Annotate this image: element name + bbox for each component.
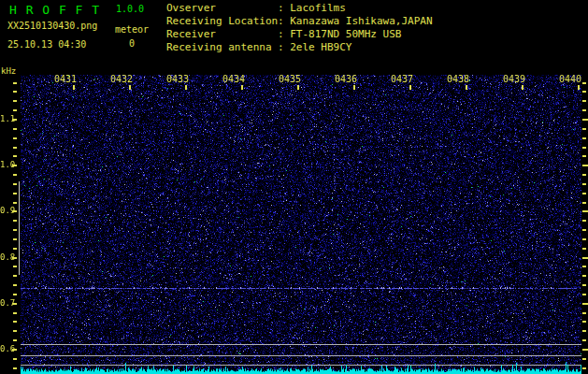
y-tick <box>582 165 588 166</box>
y-tick <box>582 155 586 157</box>
info-row: Receiving antenna: 2ele HB9CY <box>166 41 433 54</box>
y-tick <box>582 248 586 250</box>
y-tick <box>13 183 17 185</box>
y-tick <box>582 238 586 240</box>
info-row: Ovserver: Lacofilms <box>166 2 433 15</box>
y-tick <box>582 294 586 295</box>
y-tick <box>582 266 586 267</box>
x-tick <box>185 85 187 90</box>
y-tick <box>13 284 17 286</box>
x-tick <box>241 85 243 90</box>
info-value: FT-817ND 50MHz USB <box>290 28 401 40</box>
y-tick <box>13 275 17 277</box>
meteor-label: meteor <box>115 24 149 35</box>
y-tick <box>13 155 17 157</box>
datetime-label: 25.10.13 04:30 <box>7 39 86 50</box>
y-tick <box>13 266 17 267</box>
y-tick <box>582 119 588 121</box>
y-tick <box>13 294 17 295</box>
y-tick <box>13 238 17 240</box>
x-tick-label: 0432 <box>105 74 133 84</box>
x-tick-label: 0435 <box>273 74 301 84</box>
x-tick-label: 0434 <box>217 74 245 84</box>
info-separator: : <box>278 2 290 14</box>
meteor-count: 0 <box>129 38 135 49</box>
y-tick <box>13 109 17 111</box>
y-tick <box>13 174 17 176</box>
y-tick <box>582 147 586 149</box>
y-tick <box>582 257 588 259</box>
station-info: Ovserver: LacofilmsReceiving Location: K… <box>166 2 433 54</box>
y-tick <box>13 367 17 369</box>
y-tick <box>13 220 17 222</box>
y-tick-label: 1.0 <box>0 160 15 169</box>
y-tick <box>582 312 586 314</box>
x-tick <box>297 85 299 90</box>
info-value: Kanazawa Ishikawa,JAPAN <box>290 15 432 27</box>
y-tick <box>582 275 586 277</box>
y-tick <box>582 367 586 369</box>
y-tick <box>582 91 586 93</box>
y-tick <box>13 137 17 139</box>
y-tick <box>13 202 17 204</box>
info-label: Receiver <box>166 28 278 41</box>
info-separator: : <box>278 15 290 27</box>
x-tick-label: 0439 <box>497 74 525 84</box>
info-row: Receiving Location: Kanazawa Ishikawa,JA… <box>166 15 433 28</box>
y-tick <box>582 321 586 323</box>
y-tick <box>13 312 17 314</box>
y-tick <box>13 330 17 332</box>
y-tick <box>13 91 17 93</box>
y-tick-label: 0.7 <box>0 298 15 308</box>
spectrogram-canvas <box>21 75 581 374</box>
y-tick <box>582 358 586 360</box>
y-tick-label: 0.8 <box>0 252 15 262</box>
frequency-unit-label: kHz <box>1 66 16 76</box>
y-tick-label: 0.9 <box>0 206 15 215</box>
y-tick <box>13 229 17 231</box>
y-tick <box>13 248 17 250</box>
y-tick <box>582 330 586 332</box>
x-tick <box>409 85 411 90</box>
y-tick-label: 1.1 <box>0 114 15 123</box>
y-tick <box>13 321 17 323</box>
y-tick-label: 0.6 <box>0 344 15 353</box>
info-label: Receiving antenna <box>166 41 278 54</box>
y-tick <box>582 220 586 222</box>
y-tick <box>582 128 586 130</box>
y-tick <box>582 109 586 111</box>
y-tick <box>582 183 586 185</box>
x-tick <box>129 85 131 90</box>
info-row: Receiver: FT-817ND 50MHz USB <box>166 28 433 41</box>
x-tick <box>466 85 467 90</box>
x-tick-label: 0437 <box>385 74 413 84</box>
y-tick <box>582 202 586 204</box>
y-tick <box>582 193 586 194</box>
y-tick <box>582 210 588 212</box>
x-tick <box>578 85 580 90</box>
x-tick <box>522 85 523 90</box>
app-version: 1.0.0 <box>116 4 144 14</box>
y-tick <box>13 128 17 130</box>
y-tick <box>13 339 17 341</box>
y-tick <box>13 82 17 84</box>
y-tick <box>582 174 586 176</box>
x-tick-label: 0440 <box>553 74 581 84</box>
x-tick-label: 0436 <box>329 74 357 84</box>
info-value: Lacofilms <box>290 2 346 14</box>
y-tick <box>582 349 588 351</box>
y-tick <box>582 284 586 286</box>
y-tick <box>582 229 586 231</box>
y-tick <box>13 193 17 194</box>
x-tick <box>73 85 75 90</box>
y-tick <box>13 147 17 149</box>
y-tick <box>13 100 17 102</box>
info-separator: : <box>278 41 290 53</box>
y-tick <box>13 358 17 360</box>
app-title: H R O F F T <box>9 3 100 17</box>
x-tick <box>353 85 355 90</box>
x-tick-label: 0438 <box>441 74 469 84</box>
info-separator: : <box>278 28 290 40</box>
x-tick-label: 0433 <box>161 74 189 84</box>
y-tick <box>582 303 588 305</box>
